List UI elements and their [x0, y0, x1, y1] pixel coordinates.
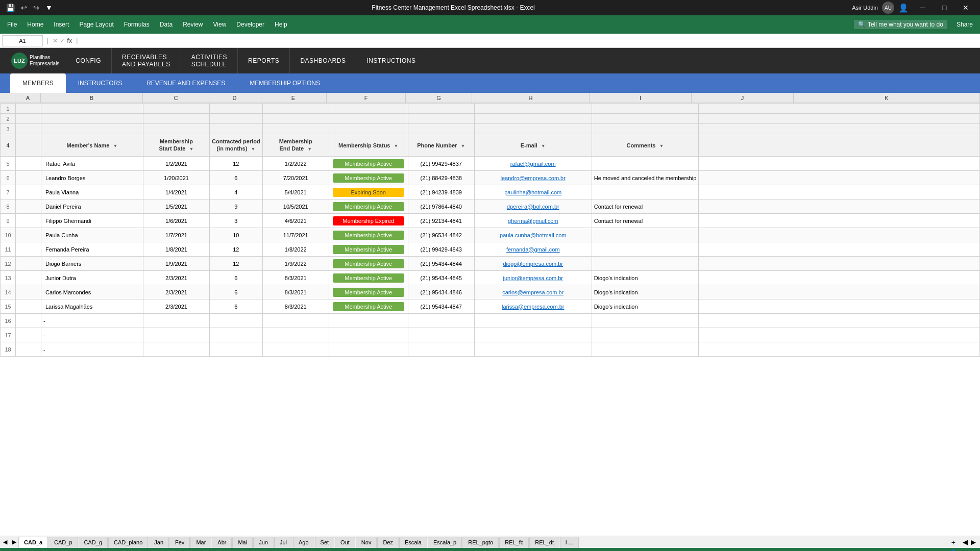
sheet-tab-Nov[interactable]: Nov [356, 537, 377, 548]
insert-function-icon[interactable]: fx [67, 37, 72, 44]
cell-name-14[interactable]: Carlos Marcondes [41, 285, 143, 299]
empty-cell-17-8[interactable] [474, 328, 592, 342]
cell-email-6[interactable]: leandro@empresa.com.br [474, 171, 592, 185]
menu-home[interactable]: Home [22, 18, 48, 31]
r1c1[interactable] [16, 104, 41, 114]
r3c5[interactable] [262, 124, 329, 134]
cell-comments-14[interactable]: Diogo's indication [592, 285, 699, 299]
empty-cell-18-2[interactable]: - [41, 342, 143, 357]
cell-end-7[interactable]: 5/4/2021 [262, 185, 329, 199]
cell-name-9[interactable]: Filippo Ghermandi [41, 214, 143, 228]
cell-comments-7[interactable] [592, 185, 699, 199]
col-header-h[interactable]: H [472, 93, 590, 103]
r3c9[interactable] [592, 124, 699, 134]
cell-extra-5[interactable] [699, 157, 980, 171]
cell-end-15[interactable]: 8/3/2021 [262, 299, 329, 314]
sub-nav-members[interactable]: MEMBERS [10, 73, 66, 93]
cell-period-10[interactable]: 10 [210, 228, 263, 242]
cell-end-6[interactable]: 7/20/2021 [262, 171, 329, 185]
empty-cell-16-1[interactable] [16, 314, 41, 328]
cell-empty-14[interactable] [16, 285, 41, 299]
cell-empty-11[interactable] [16, 242, 41, 257]
filter-email-icon[interactable]: ▼ [541, 143, 546, 148]
sheet-tab-Mai[interactable]: Mai [232, 537, 253, 548]
r1c10[interactable] [699, 104, 980, 114]
sheet-tab-Jan[interactable]: Jan [149, 537, 169, 548]
cell-extra-12[interactable] [699, 257, 980, 271]
cell-empty-7[interactable] [16, 185, 41, 199]
ribbon-nav-receivables[interactable]: RECEIVABLESAND PAYABLES [112, 48, 181, 73]
sheet-tab-Abr[interactable]: Abr [212, 537, 232, 548]
cell-end-11[interactable]: 1/8/2022 [262, 242, 329, 257]
col-header-d[interactable]: D [209, 93, 260, 103]
cell-period-15[interactable]: 6 [210, 299, 263, 314]
empty-cell-16-10[interactable] [699, 314, 980, 328]
cell-end-10[interactable]: 11/7/2021 [262, 228, 329, 242]
cell-start-8[interactable]: 1/5/2021 [143, 199, 210, 214]
cell-end-9[interactable]: 4/6/2021 [262, 214, 329, 228]
r2c2[interactable] [41, 114, 143, 124]
cell-phone-13[interactable]: (21) 95434-4845 [408, 271, 474, 285]
cell-comments-12[interactable] [592, 257, 699, 271]
cell-period-6[interactable]: 6 [210, 171, 263, 185]
share-button[interactable]: Share [951, 18, 978, 31]
cell-email-13[interactable]: junior@empresa.com.br [474, 271, 592, 285]
cell-comments-13[interactable]: Diogo's indication [592, 271, 699, 285]
cell-start-14[interactable]: 2/3/2021 [143, 285, 210, 299]
ribbon-nav-config[interactable]: CONFIG [65, 48, 112, 73]
sheet-tab-Jul[interactable]: Jul [274, 537, 292, 548]
empty-cell-16-8[interactable] [474, 314, 592, 328]
save-button[interactable]: 💾 [4, 3, 17, 13]
cell-empty-9[interactable] [16, 214, 41, 228]
sheet-tab-CAD_p[interactable]: CAD_p [48, 537, 78, 548]
sheet-tab-Escala_p[interactable]: Escala_p [428, 537, 462, 548]
customize-qa-button[interactable]: ▼ [43, 3, 55, 13]
cell-email-7[interactable]: paulinha@hotmail.com [474, 185, 592, 199]
r3c3[interactable] [143, 124, 210, 134]
empty-cell-16-4[interactable] [210, 314, 263, 328]
menu-formulas[interactable]: Formulas [119, 18, 155, 31]
cell-empty-6[interactable] [16, 171, 41, 185]
cell-empty-8[interactable] [16, 199, 41, 214]
r1c8[interactable] [474, 104, 592, 114]
cell-end-12[interactable]: 1/9/2022 [262, 257, 329, 271]
sheet-tab-CAD_plano[interactable]: CAD_plano [108, 537, 148, 548]
cell-extra-6[interactable] [699, 171, 980, 185]
cell-empty-13[interactable] [16, 271, 41, 285]
r2c10[interactable] [699, 114, 980, 124]
cell-period-9[interactable]: 3 [210, 214, 263, 228]
cell-phone-11[interactable]: (21) 99429-4843 [408, 242, 474, 257]
r2c9[interactable] [592, 114, 699, 124]
cell-status-5[interactable]: Membership Active [329, 157, 408, 171]
filter-end-date-icon[interactable]: ▼ [307, 146, 312, 152]
header-phone[interactable]: Phone Number ▼ [408, 134, 474, 157]
cell-period-11[interactable]: 12 [210, 242, 263, 257]
filter-start-date-icon[interactable]: ▼ [189, 146, 194, 152]
header-start-date[interactable]: MembershipStart Date ▼ [143, 134, 210, 157]
sub-nav-membership[interactable]: MEMBERSHIP OPTIONS [237, 73, 332, 93]
cell-extra-14[interactable] [699, 285, 980, 299]
r1c5[interactable] [262, 104, 329, 114]
sub-nav-instructors[interactable]: INSTRUCTORS [66, 73, 134, 93]
filter-comments-icon[interactable]: ▼ [659, 143, 664, 148]
cell-phone-6[interactable]: (21) 88429-4838 [408, 171, 474, 185]
r2c5[interactable] [262, 114, 329, 124]
empty-cell-16-5[interactable] [262, 314, 329, 328]
empty-cell-18-3[interactable] [143, 342, 210, 357]
cell-empty-5[interactable] [16, 157, 41, 171]
r3c4[interactable] [210, 124, 263, 134]
r1c9[interactable] [592, 104, 699, 114]
cell-start-13[interactable]: 2/3/2021 [143, 271, 210, 285]
cell-status-11[interactable]: Membership Active [329, 242, 408, 257]
r2c8[interactable] [474, 114, 592, 124]
sheet-tab-Out[interactable]: Out [335, 537, 355, 548]
redo-button[interactable]: ↪ [31, 3, 41, 13]
cell-status-8[interactable]: Membership Active [329, 199, 408, 214]
r1c7[interactable] [408, 104, 474, 114]
empty-cell-16-7[interactable] [408, 314, 474, 328]
sheet-tab-Mar[interactable]: Mar [190, 537, 211, 548]
r3c7[interactable] [408, 124, 474, 134]
close-button[interactable]: ✕ [955, 0, 976, 15]
empty-cell-16-2[interactable]: - [41, 314, 143, 328]
cell-name-13[interactable]: Junior Dutra [41, 271, 143, 285]
